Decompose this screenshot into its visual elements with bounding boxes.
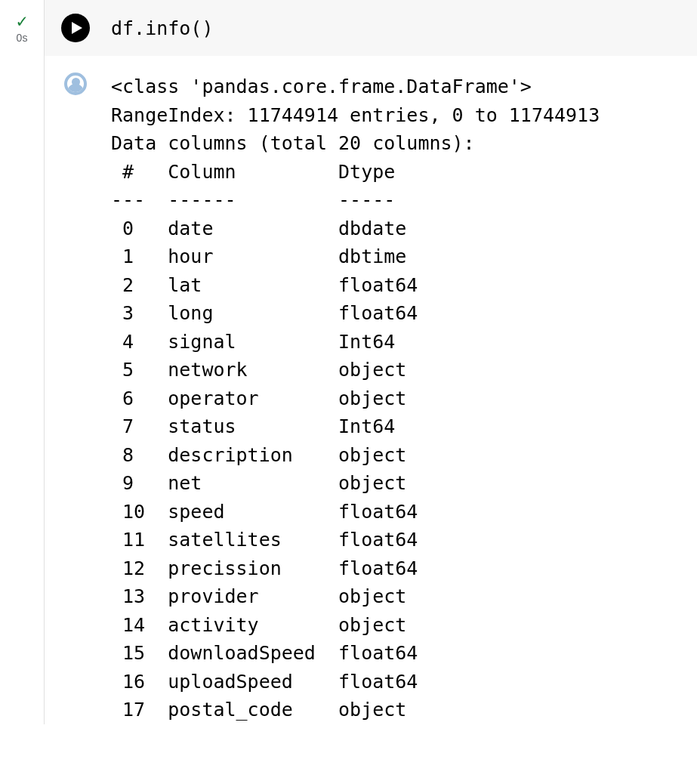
run-button[interactable] bbox=[61, 14, 90, 42]
output-gutter bbox=[61, 73, 90, 724]
code-parens: () bbox=[190, 17, 213, 39]
cell-body: df.info() <class 'pandas.core.frame.Data… bbox=[44, 0, 697, 724]
check-icon: ✓ bbox=[17, 12, 27, 30]
code-input-row[interactable]: df.info() bbox=[45, 0, 697, 56]
code-input[interactable]: df.info() bbox=[111, 17, 213, 39]
execution-time: 0s bbox=[17, 32, 28, 44]
output-avatar-icon bbox=[64, 73, 87, 95]
cell-gutter: ✓ 0s bbox=[0, 0, 44, 724]
notebook-cell: ✓ 0s df.info() <class 'pandas.core.frame… bbox=[0, 0, 697, 724]
output-text: <class 'pandas.core.frame.DataFrame'> Ra… bbox=[111, 73, 600, 724]
output-row: <class 'pandas.core.frame.DataFrame'> Ra… bbox=[45, 56, 697, 724]
play-icon bbox=[72, 22, 82, 34]
code-expr: df.info bbox=[111, 17, 190, 39]
